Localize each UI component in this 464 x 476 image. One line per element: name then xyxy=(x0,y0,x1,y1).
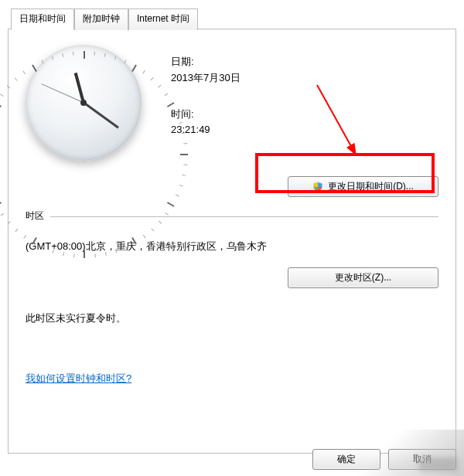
change-timezone-button[interactable]: 更改时区(Z)... xyxy=(288,267,438,288)
timezone-section: 时区 (GMT+08:00)北京，重庆，香港特别行政区，乌鲁木齐 更改时区(Z)… xyxy=(26,209,438,325)
timezone-header: 时区 xyxy=(26,209,44,223)
divider-line xyxy=(50,216,438,217)
datetime-settings-window: 日期和时间 附加时钟 Internet 时间 日期: 2013年7月30日 时间… xyxy=(0,0,464,476)
timezone-value: (GMT+08:00)北京，重庆，香港特别行政区，乌鲁木齐 xyxy=(26,240,438,253)
dst-notice: 此时区未实行夏令时。 xyxy=(26,311,438,325)
uac-shield-icon xyxy=(312,182,323,192)
time-value: 23:21:49 xyxy=(171,122,241,138)
change-datetime-button-label: 更改日期和时间(D)... xyxy=(328,180,414,193)
cancel-button[interactable]: 取消 xyxy=(388,449,456,470)
change-datetime-button[interactable]: 更改日期和时间(D)... xyxy=(288,176,438,197)
datetime-text: 日期: 2013年7月30日 时间: 23:21:49 xyxy=(171,45,241,168)
tab-bar: 日期和时间 附加时钟 Internet 时间 xyxy=(0,0,464,29)
tab-additional-clocks[interactable]: 附加时钟 xyxy=(74,8,128,30)
date-label: 日期: xyxy=(171,54,241,70)
date-value: 2013年7月30日 xyxy=(171,70,241,87)
datetime-display-section: 日期: 2013年7月30日 时间: 23:21:49 xyxy=(26,45,438,168)
tab-datetime[interactable]: 日期和时间 xyxy=(11,8,74,30)
time-label: 时间: xyxy=(171,107,241,123)
help-link[interactable]: 我如何设置时钟和时区? xyxy=(26,372,131,384)
analog-clock xyxy=(26,45,149,168)
tab-internet-time[interactable]: Internet 时间 xyxy=(128,8,198,30)
tab-panel-datetime: 日期: 2013年7月30日 时间: 23:21:49 更改日期和时间(D)..… xyxy=(8,29,456,454)
ok-button[interactable]: 确定 xyxy=(312,449,380,470)
dialog-button-row: 确定 取消 xyxy=(312,449,456,470)
change-timezone-button-label: 更改时区(Z)... xyxy=(335,271,391,284)
clock-center-pin xyxy=(80,100,87,106)
